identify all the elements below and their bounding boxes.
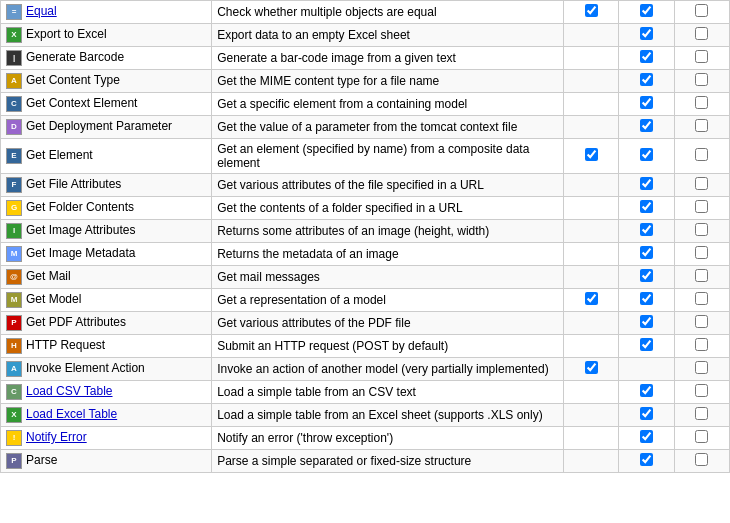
item-description: Get the value of a parameter from the to… xyxy=(212,116,564,139)
get-element-checkbox1[interactable] xyxy=(585,148,598,161)
table-row: MGet ModelGet a representation of a mode… xyxy=(1,289,730,312)
get-file-attributes-checkbox2[interactable] xyxy=(640,177,653,190)
table-row: FGet File AttributesGet various attribut… xyxy=(1,174,730,197)
item-name-cell: FGet File Attributes xyxy=(1,174,212,197)
item-name-cell: DGet Deployment Parameter xyxy=(1,116,212,139)
get-mail-checkbox3[interactable] xyxy=(695,269,708,282)
get-pdf-attributes-checkbox3[interactable] xyxy=(695,315,708,328)
item-check2 xyxy=(619,450,674,473)
equal-checkbox3[interactable] xyxy=(695,4,708,17)
notify-error-label[interactable]: Notify Error xyxy=(26,430,87,444)
item-description: Get various attributes of the PDF file xyxy=(212,312,564,335)
load-excel-table-checkbox2[interactable] xyxy=(640,407,653,420)
get-deployment-parameter-checkbox3[interactable] xyxy=(695,119,708,132)
notify-error-checkbox2[interactable] xyxy=(640,430,653,443)
equal-label[interactable]: Equal xyxy=(26,4,57,18)
item-check2 xyxy=(619,358,674,381)
get-model-checkbox3[interactable] xyxy=(695,292,708,305)
table-row: PGet PDF AttributesGet various attribute… xyxy=(1,312,730,335)
item-check1 xyxy=(564,93,619,116)
get-content-type-checkbox3[interactable] xyxy=(695,73,708,86)
export-excel-icon: X xyxy=(6,27,22,43)
http-request-checkbox2[interactable] xyxy=(640,338,653,351)
equal-checkbox1[interactable] xyxy=(585,4,598,17)
item-check1 xyxy=(564,174,619,197)
item-check3 xyxy=(674,289,729,312)
item-check3 xyxy=(674,174,729,197)
get-model-checkbox1[interactable] xyxy=(585,292,598,305)
item-check3 xyxy=(674,358,729,381)
get-element-checkbox2[interactable] xyxy=(640,148,653,161)
item-description: Get a representation of a model xyxy=(212,289,564,312)
get-folder-contents-checkbox2[interactable] xyxy=(640,200,653,213)
http-request-checkbox3[interactable] xyxy=(695,338,708,351)
invoke-element-action-checkbox1[interactable] xyxy=(585,361,598,374)
item-check3 xyxy=(674,24,729,47)
item-check1 xyxy=(564,289,619,312)
item-check2 xyxy=(619,335,674,358)
get-deployment-parameter-checkbox2[interactable] xyxy=(640,119,653,132)
item-name-cell: =Equal xyxy=(1,1,212,24)
get-mail-icon: @ xyxy=(6,269,22,285)
item-check3 xyxy=(674,47,729,70)
parse-checkbox3[interactable] xyxy=(695,453,708,466)
item-name-cell: CGet Context Element xyxy=(1,93,212,116)
load-excel-table-label[interactable]: Load Excel Table xyxy=(26,407,117,421)
item-check1 xyxy=(564,220,619,243)
item-description: Parse a simple separated or fixed-size s… xyxy=(212,450,564,473)
get-file-attributes-icon: F xyxy=(6,177,22,193)
get-model-icon: M xyxy=(6,292,22,308)
get-image-attributes-label: Get Image Attributes xyxy=(26,223,135,237)
item-check3 xyxy=(674,335,729,358)
get-deployment-parameter-label: Get Deployment Parameter xyxy=(26,119,172,133)
generate-barcode-icon: | xyxy=(6,50,22,66)
get-content-type-icon: A xyxy=(6,73,22,89)
item-description: Get mail messages xyxy=(212,266,564,289)
get-context-element-checkbox2[interactable] xyxy=(640,96,653,109)
get-file-attributes-checkbox3[interactable] xyxy=(695,177,708,190)
item-name-cell: !Notify Error xyxy=(1,427,212,450)
table-row: MGet Image MetadataReturns the metadata … xyxy=(1,243,730,266)
get-image-attributes-checkbox3[interactable] xyxy=(695,223,708,236)
item-check2 xyxy=(619,427,674,450)
item-check3 xyxy=(674,404,729,427)
get-file-attributes-label: Get File Attributes xyxy=(26,177,121,191)
item-check2 xyxy=(619,116,674,139)
get-image-attributes-checkbox2[interactable] xyxy=(640,223,653,236)
get-model-checkbox2[interactable] xyxy=(640,292,653,305)
get-context-element-checkbox3[interactable] xyxy=(695,96,708,109)
notify-error-checkbox3[interactable] xyxy=(695,430,708,443)
get-element-icon: E xyxy=(6,148,22,164)
get-image-metadata-checkbox2[interactable] xyxy=(640,246,653,259)
export-excel-checkbox3[interactable] xyxy=(695,27,708,40)
load-csv-table-checkbox3[interactable] xyxy=(695,384,708,397)
invoke-element-action-checkbox3[interactable] xyxy=(695,361,708,374)
export-excel-checkbox2[interactable] xyxy=(640,27,653,40)
item-name-cell: PGet PDF Attributes xyxy=(1,312,212,335)
load-excel-table-checkbox3[interactable] xyxy=(695,407,708,420)
load-csv-table-checkbox2[interactable] xyxy=(640,384,653,397)
equal-checkbox2[interactable] xyxy=(640,4,653,17)
item-check3 xyxy=(674,220,729,243)
main-container: =EqualCheck whether multiple objects are… xyxy=(0,0,730,473)
item-check3 xyxy=(674,266,729,289)
item-name-cell: CLoad CSV Table xyxy=(1,381,212,404)
get-element-checkbox3[interactable] xyxy=(695,148,708,161)
get-context-element-label: Get Context Element xyxy=(26,96,137,110)
generate-barcode-checkbox2[interactable] xyxy=(640,50,653,63)
item-check3 xyxy=(674,93,729,116)
item-name-cell: GGet Folder Contents xyxy=(1,197,212,220)
get-content-type-checkbox2[interactable] xyxy=(640,73,653,86)
item-description: Returns some attributes of an image (hei… xyxy=(212,220,564,243)
generate-barcode-checkbox3[interactable] xyxy=(695,50,708,63)
get-image-metadata-checkbox3[interactable] xyxy=(695,246,708,259)
item-name-cell: |Generate Barcode xyxy=(1,47,212,70)
get-folder-contents-checkbox3[interactable] xyxy=(695,200,708,213)
get-mail-checkbox2[interactable] xyxy=(640,269,653,282)
get-pdf-attributes-checkbox2[interactable] xyxy=(640,315,653,328)
load-csv-table-label[interactable]: Load CSV Table xyxy=(26,384,113,398)
get-folder-contents-label: Get Folder Contents xyxy=(26,200,134,214)
item-name-cell: EGet Element xyxy=(1,139,212,174)
item-check1 xyxy=(564,427,619,450)
parse-checkbox2[interactable] xyxy=(640,453,653,466)
